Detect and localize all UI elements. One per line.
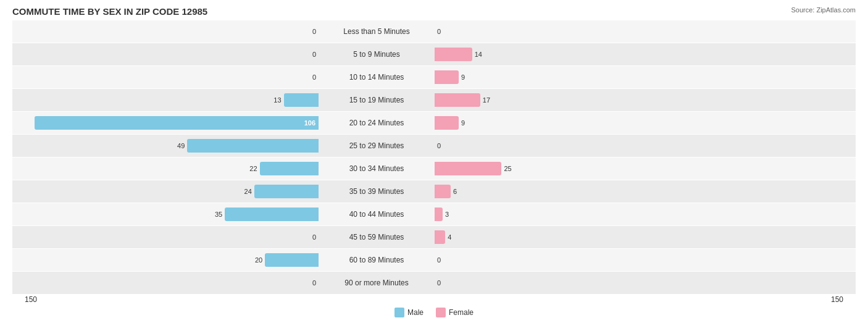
female-bar [435, 93, 480, 107]
legend-female: Female [436, 308, 474, 317]
left-bar-area: 49 [12, 139, 321, 153]
male-bar [187, 139, 319, 153]
male-bar-value: 35 [215, 211, 222, 218]
female-bar-value: 0 [437, 28, 441, 35]
male-bar-value: 0 [312, 233, 316, 241]
right-bar-area: 25 [432, 162, 741, 175]
female-bar-value: 0 [437, 142, 441, 149]
left-bar-area: 0 [12, 233, 321, 241]
female-bar-value: 9 [461, 73, 465, 81]
right-bar-area: 9 [432, 70, 741, 84]
chart-row: 090 or more Minutes0 [12, 272, 856, 294]
chart-container: COMMUTE TIME BY SEX IN ZIP CODE 12985 So… [0, 0, 868, 323]
row-label: 60 to 89 Minutes [321, 256, 432, 264]
left-bar-area: 24 [12, 185, 321, 198]
male-bar [265, 253, 319, 267]
left-bar-area: 0 [12, 51, 321, 58]
male-bar-value: 0 [312, 279, 316, 287]
female-bar [435, 70, 459, 84]
axis-left-label: 150 [25, 295, 37, 304]
left-bar-area: 20 [12, 253, 321, 267]
male-bar [225, 208, 319, 221]
female-bar-value: 17 [483, 96, 490, 104]
row-label: 35 to 39 Minutes [321, 187, 432, 196]
male-bar-value: 0 [312, 73, 316, 81]
row-label: 5 to 9 Minutes [321, 50, 432, 59]
female-bar-value: 9 [461, 119, 465, 127]
legend-female-box [436, 308, 446, 317]
right-bar-area: 9 [432, 116, 741, 130]
left-bar-area: 106 [12, 116, 321, 130]
right-bar-area: 17 [432, 93, 741, 107]
row-label: 45 to 59 Minutes [321, 233, 432, 241]
male-bar [254, 185, 319, 198]
right-bar-area: 14 [432, 48, 741, 61]
chart-row: 3540 to 44 Minutes3 [12, 203, 856, 225]
female-bar-value: 3 [445, 211, 449, 218]
legend-female-label: Female [449, 308, 474, 317]
male-bar: 106 [35, 116, 319, 130]
source-text: Source: ZipAtlas.com [791, 6, 856, 14]
female-bar-value: 0 [437, 256, 441, 264]
right-bar-area: 0 [432, 256, 741, 264]
chart-row: 2060 to 89 Minutes0 [12, 249, 856, 271]
chart-title: COMMUTE TIME BY SEX IN ZIP CODE 12985 [12, 6, 856, 17]
male-bar-value: 0 [312, 51, 316, 58]
left-bar-area: 0 [12, 28, 321, 35]
male-bar-value: 22 [249, 165, 257, 172]
axis-labels: 150 150 [12, 295, 856, 304]
chart-row: 2435 to 39 Minutes6 [12, 180, 856, 203]
axis-right-label: 150 [831, 295, 843, 304]
left-bar-area: 13 [12, 93, 321, 107]
right-bar-area: 4 [432, 230, 741, 244]
right-bar-area: 0 [432, 142, 741, 149]
right-bar-area: 3 [432, 208, 741, 221]
row-label: 40 to 44 Minutes [321, 210, 432, 219]
male-bar [284, 93, 319, 107]
chart-row: 2230 to 34 Minutes25 [12, 157, 856, 180]
legend-male-label: Male [407, 308, 424, 317]
row-label: Less than 5 Minutes [321, 27, 432, 36]
row-label: 90 or more Minutes [321, 279, 432, 287]
chart-row: 10620 to 24 Minutes9 [12, 112, 856, 134]
legend-male-box [394, 308, 404, 317]
female-bar-value: 4 [448, 233, 451, 241]
female-bar [435, 208, 443, 221]
male-bar-value: 13 [273, 96, 281, 104]
female-bar-value: 25 [504, 165, 511, 172]
female-bar [435, 162, 501, 175]
male-bar-value: 0 [312, 28, 316, 35]
male-bar-value: 20 [255, 256, 262, 264]
right-bar-area: 6 [432, 185, 741, 198]
right-bar-area: 0 [432, 28, 741, 35]
left-bar-area: 22 [12, 162, 321, 175]
chart-row: 045 to 59 Minutes4 [12, 226, 856, 248]
male-bar [260, 162, 319, 175]
male-bar-value: 49 [177, 142, 185, 149]
row-label: 15 to 19 Minutes [321, 96, 432, 104]
female-bar-value: 0 [437, 279, 441, 287]
row-label: 25 to 29 Minutes [321, 141, 432, 150]
left-bar-area: 35 [12, 208, 321, 221]
male-bar-value: 106 [301, 119, 319, 127]
row-label: 10 to 14 Minutes [321, 73, 432, 82]
chart-row: 010 to 14 Minutes9 [12, 66, 856, 88]
right-bar-area: 0 [432, 279, 741, 287]
female-bar [435, 185, 451, 198]
female-bar [435, 48, 472, 61]
female-bar [435, 116, 459, 130]
chart-row: 4925 to 29 Minutes0 [12, 135, 856, 157]
male-bar-value: 24 [244, 188, 252, 195]
chart-row: 05 to 9 Minutes14 [12, 43, 856, 65]
female-bar [435, 230, 445, 244]
row-label: 30 to 34 Minutes [321, 164, 432, 173]
chart-row: 0Less than 5 Minutes0 [12, 20, 856, 43]
chart-rows-area: 0Less than 5 Minutes005 to 9 Minutes1401… [12, 20, 856, 294]
row-label: 20 to 24 Minutes [321, 119, 432, 127]
legend: Male Female [12, 308, 856, 317]
left-bar-area: 0 [12, 279, 321, 287]
legend-male: Male [394, 308, 424, 317]
chart-row: 1315 to 19 Minutes17 [12, 89, 856, 111]
left-bar-area: 0 [12, 73, 321, 81]
female-bar-value: 6 [453, 188, 457, 195]
